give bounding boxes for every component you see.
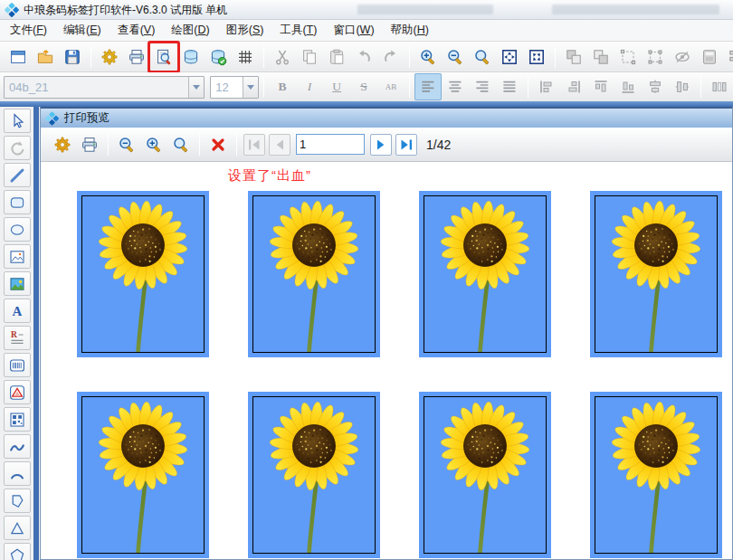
- select-tool-button[interactable]: [4, 109, 31, 133]
- page-number-input[interactable]: [296, 134, 365, 155]
- zoom-in-icon: [145, 136, 163, 154]
- preview-settings-button[interactable]: [50, 132, 75, 157]
- menu-bar: 文件(F)编辑(E)查看(V)绘图(D)图形(S)工具(T)窗口(W)帮助(H): [0, 20, 733, 42]
- close-x-icon: [209, 136, 227, 154]
- qrcode-tool-button[interactable]: [4, 407, 31, 432]
- toolbar-separator: [236, 134, 237, 156]
- italic-button: I: [296, 73, 323, 100]
- menu-item-3[interactable]: 绘图(D): [163, 20, 217, 41]
- fit-page-icon: [500, 48, 519, 66]
- label-boundary: [595, 195, 718, 353]
- align-left-icon: [419, 78, 437, 96]
- document-setup-button[interactable]: [96, 43, 123, 71]
- wave-line-icon: [8, 438, 26, 456]
- menu-item-1[interactable]: 编辑(E): [55, 20, 109, 41]
- equal-spacing-icon: [710, 78, 728, 96]
- arc-tool-button[interactable]: [4, 461, 31, 486]
- print-preview-button[interactable]: [150, 43, 177, 71]
- send-backward-button: [560, 43, 587, 71]
- align-top-edges-button: [587, 73, 614, 100]
- align-justify-button: [496, 73, 523, 100]
- preview-print-button[interactable]: [77, 132, 102, 157]
- italic-icon: I: [308, 81, 312, 93]
- ellipse-tool-button[interactable]: [4, 217, 31, 242]
- font-family-select[interactable]: 04b_21: [4, 76, 205, 99]
- font-size-select[interactable]: 12: [210, 76, 259, 99]
- menu-item-7[interactable]: 帮助(H): [383, 20, 437, 41]
- database-setup-button[interactable]: [177, 43, 205, 71]
- underline-button: U: [323, 73, 350, 100]
- preview-zoom-in-button[interactable]: [141, 132, 167, 157]
- last-page-icon: [397, 136, 415, 154]
- first-page-button: [243, 134, 265, 156]
- symbol-tool-button[interactable]: [4, 380, 31, 404]
- next-page-button[interactable]: [370, 134, 392, 156]
- cut-button: [269, 43, 296, 71]
- zoom-in-button[interactable]: [414, 43, 442, 71]
- barcode-tool-button[interactable]: [4, 353, 31, 377]
- pentagon-tool-button[interactable]: [4, 543, 31, 560]
- open-file-button[interactable]: [32, 43, 59, 71]
- undo-button: [350, 43, 377, 71]
- center-vertical-icon: [673, 78, 691, 96]
- marquee-select-icon: [619, 48, 637, 66]
- rounded-rectangle-tool-button[interactable]: [4, 190, 31, 214]
- first-page-icon: [245, 136, 263, 154]
- fit-screen-button[interactable]: [523, 43, 550, 71]
- svg-text:A: A: [12, 304, 22, 318]
- redo-button: [377, 43, 405, 71]
- printer-icon: [128, 48, 146, 66]
- ellipse-icon: [8, 221, 26, 239]
- menu-item-2[interactable]: 查看(V): [109, 20, 164, 41]
- new-document-button[interactable]: [5, 43, 32, 71]
- pentagon-icon: [8, 546, 26, 560]
- line-tool-button[interactable]: [4, 163, 31, 187]
- preview-zoom-out-button[interactable]: [114, 132, 139, 157]
- menu-item-0[interactable]: 文件(F): [2, 20, 55, 41]
- menu-item-4[interactable]: 图形(S): [218, 20, 272, 41]
- send-backward-icon: [565, 48, 583, 66]
- grid-toggle-button[interactable]: [232, 43, 259, 71]
- wave-line-tool-button[interactable]: [4, 434, 31, 459]
- menu-item-6[interactable]: 窗口(W): [325, 20, 382, 41]
- print-button[interactable]: [123, 43, 150, 71]
- chevron-down-icon[interactable]: [188, 77, 204, 98]
- toolbar-separator: [199, 134, 200, 156]
- prev-page-button: [269, 134, 290, 156]
- menu-item-5[interactable]: 工具(T): [271, 20, 325, 41]
- rotate-tool-button: [4, 136, 31, 160]
- rounded-rect-icon: [8, 194, 26, 212]
- svg-text:R: R: [10, 330, 16, 339]
- text-effect-icon: AB: [386, 83, 397, 91]
- fit-page-button[interactable]: [496, 43, 523, 71]
- text-tool-button[interactable]: A: [4, 299, 31, 323]
- save-icon: [63, 48, 81, 66]
- marquee-select-button: [614, 43, 642, 71]
- align-bottom-edges-button: [614, 73, 642, 100]
- triangle-icon: [8, 519, 26, 537]
- preview-titlebar[interactable]: 打印预览: [41, 107, 732, 128]
- triangle-tool-button[interactable]: [4, 516, 31, 540]
- paste-button: [323, 43, 350, 71]
- insert-image-tool-button[interactable]: [4, 271, 31, 296]
- node-select-icon: [646, 48, 664, 66]
- red-triangle-icon: [8, 384, 26, 402]
- bring-forward-button: [587, 43, 614, 71]
- database-connect-button[interactable]: [205, 43, 232, 71]
- rich-text-tool-button[interactable]: R: [4, 326, 31, 350]
- image-frame-tool-button[interactable]: [4, 244, 31, 269]
- label-preview-r1c1: [77, 191, 209, 357]
- last-page-button[interactable]: [395, 134, 417, 156]
- zoom-tool-button[interactable]: [469, 43, 496, 71]
- hide-object-button: [669, 43, 696, 71]
- preview-close-button[interactable]: [205, 132, 231, 157]
- align-center-button: [442, 73, 469, 100]
- preview-zoom-button[interactable]: [168, 132, 194, 157]
- chevron-down-icon[interactable]: [243, 77, 258, 98]
- save-button[interactable]: [59, 43, 86, 71]
- toolbar-separator: [409, 46, 410, 68]
- label-boundary: [252, 396, 376, 554]
- image-frame-icon: [8, 248, 26, 266]
- polygon-tool-button[interactable]: [4, 489, 31, 513]
- zoom-out-button[interactable]: [442, 43, 469, 71]
